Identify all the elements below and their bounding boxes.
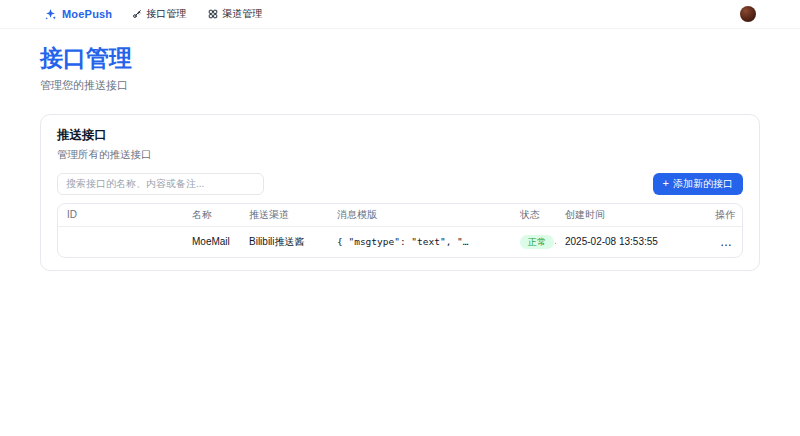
cell-id	[58, 226, 183, 257]
more-actions-icon[interactable]: …	[718, 236, 735, 248]
cell-actions: …	[678, 226, 743, 257]
nav-item-label: 渠道管理	[222, 7, 262, 21]
col-header-created: 创建时间	[556, 204, 678, 227]
plus-icon: +	[663, 178, 669, 189]
endpoints-card: 推送接口 管理所有的推送接口 + 添加新的接口 ID 名称	[40, 114, 760, 272]
cell-template: { "msgtype": "text", "…	[328, 226, 511, 257]
key-icon	[132, 9, 142, 19]
add-endpoint-button[interactable]: + 添加新的接口	[653, 173, 743, 195]
main-content: 接口管理 管理您的推送接口 推送接口 管理所有的推送接口 + 添加新的接口 ID	[0, 29, 800, 271]
page-title: 接口管理	[40, 45, 760, 73]
card-subtitle: 管理所有的推送接口	[57, 148, 743, 162]
grid-icon	[208, 9, 218, 19]
cell-status: 正常	[511, 226, 556, 257]
table-header-row: ID 名称 推送渠道 消息模版 状态 创建时间 操作	[58, 204, 743, 227]
col-header-status: 状态	[511, 204, 556, 227]
main-nav: 接口管理 渠道管理	[132, 7, 262, 21]
nav-item-channels[interactable]: 渠道管理	[208, 7, 262, 21]
nav-item-label: 接口管理	[146, 7, 186, 21]
col-header-name: 名称	[183, 204, 240, 227]
top-navbar: MoePush 接口管理 渠道管理	[0, 0, 800, 29]
brand-logo[interactable]: MoePush	[44, 8, 112, 21]
nav-item-endpoints[interactable]: 接口管理	[132, 7, 186, 21]
col-header-channel: 推送渠道	[240, 204, 328, 227]
cell-created: 2025-02-08 13:53:55	[556, 226, 678, 257]
sparkles-icon	[44, 8, 57, 21]
cell-name: MoeMail	[183, 226, 240, 257]
col-header-id: ID	[58, 204, 183, 227]
card-title: 推送接口	[57, 127, 743, 144]
brand-name: MoePush	[62, 8, 112, 20]
col-header-template: 消息模版	[328, 204, 511, 227]
user-avatar[interactable]	[740, 6, 756, 22]
search-input[interactable]	[57, 173, 264, 195]
status-badge: 正常	[520, 235, 554, 250]
page-subtitle: 管理您的推送接口	[40, 78, 760, 93]
col-header-actions: 操作	[678, 204, 743, 227]
table-row: MoeMail Bilibili推送酱 { "msgtype": "text",…	[58, 226, 743, 257]
endpoints-table: ID 名称 推送渠道 消息模版 状态 创建时间 操作 MoeMail Bilib…	[57, 203, 743, 259]
cell-channel: Bilibili推送酱	[240, 226, 328, 257]
add-endpoint-button-label: 添加新的接口	[673, 177, 733, 191]
card-toolbar: + 添加新的接口	[57, 173, 743, 195]
